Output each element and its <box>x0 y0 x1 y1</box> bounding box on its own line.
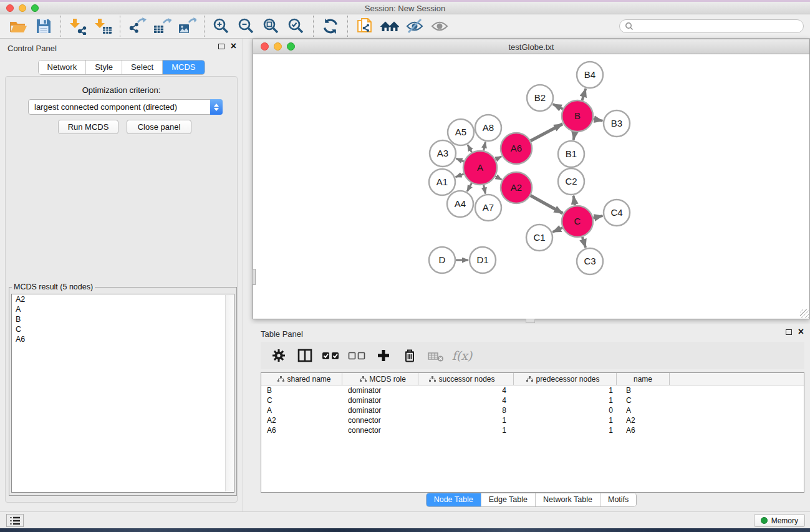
tab-node-table[interactable]: Node Table <box>427 493 481 506</box>
edge-C-C2[interactable] <box>574 196 575 206</box>
zoom-in-icon[interactable] <box>209 16 234 37</box>
table-row[interactable]: Bdominator41B <box>261 385 804 395</box>
column-header-predecessor-nodes[interactable]: predecessor nodes <box>514 373 617 385</box>
edge-A-A5[interactable] <box>468 145 472 152</box>
node-C3[interactable]: C3 <box>577 248 603 274</box>
tab-network[interactable]: Network <box>38 60 85 74</box>
column-icon[interactable] <box>293 344 317 367</box>
home-icon[interactable] <box>377 16 402 37</box>
edge-A-A8[interactable] <box>484 142 486 151</box>
node-A2[interactable]: A2 <box>501 172 532 203</box>
tab-select[interactable]: Select <box>122 60 162 74</box>
criterion-dropdown[interactable]: largest connected component (directed) <box>28 99 223 115</box>
network-canvas[interactable]: B4B2BB3A5A8A6A3B1AA1C2A2A4A7C4CC1C3DD1 <box>253 55 809 319</box>
float-table-panel-icon[interactable] <box>786 329 792 335</box>
splitter-handle[interactable] <box>526 319 535 323</box>
edge-A-A1[interactable] <box>456 174 464 177</box>
column-header-successor-nodes[interactable]: successor nodes <box>418 373 514 385</box>
open-session-icon[interactable] <box>6 16 31 37</box>
column-header-shared-name[interactable]: shared name <box>261 373 342 385</box>
edge-A-A7[interactable] <box>484 185 486 193</box>
mcds-result-list[interactable]: A2ABCA6 <box>11 294 234 493</box>
edge-B-B3[interactable] <box>594 119 603 121</box>
edge-A-A6[interactable] <box>496 157 502 160</box>
window-edge-handle[interactable] <box>252 269 256 285</box>
column-header-mcds-role[interactable]: MCDS role <box>342 373 418 385</box>
close-table-panel-icon[interactable]: × <box>798 328 804 336</box>
close-panel-button[interactable]: Close panel <box>127 120 191 134</box>
edge-C-C1[interactable] <box>552 228 562 232</box>
node-C2[interactable]: C2 <box>558 168 584 195</box>
tab-style[interactable]: Style <box>85 60 122 74</box>
edge-C-C4[interactable] <box>593 216 602 218</box>
column-header-name[interactable]: name <box>617 373 670 385</box>
delete-icon[interactable] <box>398 344 422 367</box>
edge-B-B2[interactable] <box>553 104 563 109</box>
node-C[interactable]: C <box>562 206 593 237</box>
toolbar-search[interactable] <box>619 19 804 33</box>
import-table-icon[interactable] <box>90 16 115 37</box>
zoom-fit-icon[interactable] <box>259 16 284 37</box>
node-A4[interactable]: A4 <box>447 191 473 217</box>
table-row[interactable]: A6connector11A6 <box>261 425 804 435</box>
node-A[interactable]: A <box>463 151 497 185</box>
mcds-result-item[interactable]: C <box>12 324 234 334</box>
tab-edge-table[interactable]: Edge Table <box>481 493 535 506</box>
network-from-file-icon[interactable] <box>352 16 377 37</box>
close-panel-icon[interactable]: × <box>231 42 236 50</box>
node-D1[interactable]: D1 <box>470 247 496 273</box>
tab-mcds[interactable]: MCDS <box>162 60 204 74</box>
node-B2[interactable]: B2 <box>527 85 553 111</box>
mcds-result-item[interactable]: A2 <box>12 294 234 304</box>
export-table-icon[interactable] <box>150 16 175 37</box>
deselect-all-icon[interactable] <box>345 344 369 367</box>
mcds-result-item[interactable]: A6 <box>12 334 234 344</box>
node-B4[interactable]: B4 <box>577 62 603 88</box>
node-B1[interactable]: B1 <box>558 141 584 167</box>
mcds-result-item[interactable]: A <box>12 304 234 314</box>
edge-A6-B[interactable] <box>531 124 562 141</box>
mcds-result-item[interactable]: B <box>12 314 234 324</box>
hide-graphics-details-icon[interactable] <box>402 16 427 37</box>
table-row[interactable]: Cdominator41C <box>261 395 804 405</box>
save-session-icon[interactable] <box>31 16 56 37</box>
add-icon[interactable] <box>372 344 395 367</box>
table-row[interactable]: Adominator80A <box>261 405 804 415</box>
node-C4[interactable]: C4 <box>604 200 630 226</box>
node-D[interactable]: D <box>429 247 455 273</box>
show-graphics-details-icon[interactable] <box>427 16 452 37</box>
memory-button[interactable]: Memory <box>754 514 805 527</box>
gear-icon[interactable] <box>267 344 291 367</box>
zoom-selected-icon[interactable] <box>284 16 309 37</box>
export-network-icon[interactable] <box>125 16 150 37</box>
node-A3[interactable]: A3 <box>430 140 456 167</box>
task-history-button[interactable] <box>6 514 24 527</box>
node-A1[interactable]: A1 <box>429 169 455 195</box>
node-B3[interactable]: B3 <box>604 110 630 137</box>
node-A5[interactable]: A5 <box>448 119 474 145</box>
tab-motifs[interactable]: Motifs <box>600 493 636 506</box>
table-row[interactable]: A2connector11A2 <box>261 415 804 425</box>
node-A6[interactable]: A6 <box>501 133 532 164</box>
edge-B-B1[interactable] <box>574 132 575 140</box>
node-A7[interactable]: A7 <box>475 195 501 221</box>
zoom-out-icon[interactable] <box>234 16 259 37</box>
search-input[interactable] <box>636 22 798 31</box>
network-window-titlebar[interactable]: testGlobe.txt <box>253 39 809 54</box>
import-network-icon[interactable] <box>65 16 90 37</box>
node-B[interactable]: B <box>562 100 593 132</box>
node-C1[interactable]: C1 <box>526 225 552 251</box>
run-mcds-button[interactable]: Run MCDS <box>58 120 118 134</box>
edge-B-B4[interactable] <box>582 89 586 100</box>
node-A8[interactable]: A8 <box>475 115 501 141</box>
edge-A-A3[interactable] <box>456 158 464 162</box>
apply-layout-icon[interactable] <box>318 16 343 37</box>
select-all-icon[interactable] <box>319 344 343 367</box>
edge-C-C3[interactable] <box>582 237 586 248</box>
edge-A-A2[interactable] <box>496 177 502 180</box>
edge-A-A4[interactable] <box>467 183 471 191</box>
float-panel-icon[interactable] <box>218 44 224 49</box>
edge-A2-C[interactable] <box>531 196 563 214</box>
result-scrollbar[interactable] <box>225 295 234 491</box>
window-resize-grip[interactable] <box>800 309 809 318</box>
